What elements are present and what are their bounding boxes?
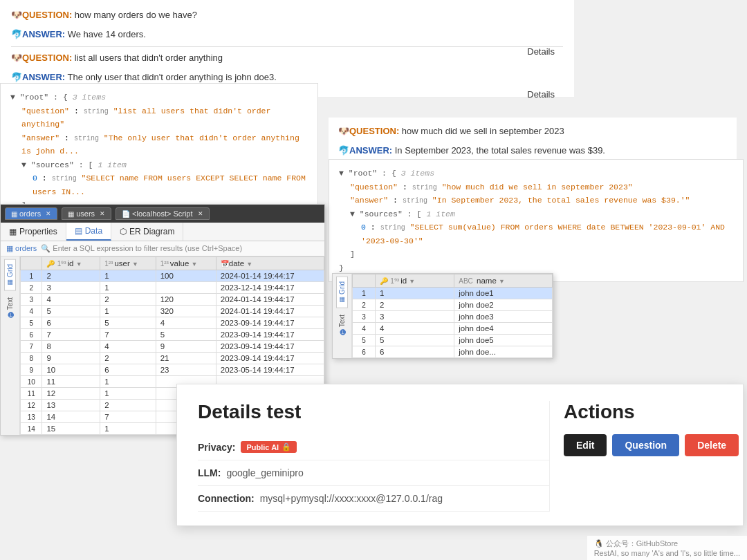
row-num: 2 [21, 282, 42, 294]
table-row[interactable]: 1 1 john doe1 [353, 288, 553, 299]
edit-button[interactable]: Edit [564, 434, 607, 456]
db-side-tab-text[interactable]: 🅣 Text [4, 292, 16, 323]
col-value[interactable]: 1²³value ▼ [156, 257, 216, 270]
cell-date: 2023-09-14 19:44:17 [216, 353, 324, 364]
table-row[interactable]: 6 6 john doe... [353, 346, 553, 358]
db-users-side-tab-grid[interactable]: ▦ Grid [336, 277, 348, 308]
question-text-1: how many orders do we have? [72, 10, 197, 20]
db-users-side-tab-text[interactable]: 🅣 Text [336, 310, 348, 340]
cell-user: 1 [100, 388, 156, 400]
privacy-badge-text: Public AI [246, 443, 279, 451]
cell-name: john doe3 [454, 311, 553, 323]
col-date[interactable]: 📅date ▼ [216, 257, 324, 270]
actions-btn-group: Edit Question Delete [564, 434, 722, 456]
table-row[interactable]: 6 7 7 5 2023-09-14 19:44:17 [21, 329, 324, 341]
question-button[interactable]: Question [612, 434, 679, 456]
table-row[interactable]: 2 2 john doe2 [353, 299, 553, 311]
cell-value: 320 [156, 306, 216, 317]
users-grid-icon: ▦ [339, 297, 346, 304]
details-panel: Details test Privacy: Public AI 🔒 LLM: g… [176, 384, 744, 526]
properties-label: Properties [19, 227, 57, 236]
db-sub-tab-data[interactable]: ▤ Data [66, 223, 111, 241]
row-num: 11 [21, 388, 42, 400]
users-col-rownum [353, 274, 376, 288]
row-num: 9 [21, 364, 42, 376]
answer-text-2: The only user that didn't order anything… [65, 72, 277, 82]
db-sub-tab-properties[interactable]: ▦ Properties [1, 223, 66, 241]
table-row[interactable]: 4 5 1 320 2024-01-14 19:44:17 [21, 306, 324, 317]
details-link-2[interactable]: Details [527, 89, 555, 100]
table-row[interactable]: 2 3 1 2023-12-14 19:44:17 [21, 282, 324, 294]
qa-answer-block-2: 🐬ANSWER: The only user that didn't order… [11, 71, 522, 84]
users-header-row: 🔑 1⁹³id ▼ ABC name ▼ [353, 274, 553, 288]
cell-value [156, 282, 216, 294]
cell-value: 100 [156, 270, 216, 282]
db-sub-tab-er[interactable]: ⬡ ER Diagram [111, 223, 183, 241]
col-id[interactable]: 🔑 1⁹³id ▼ [42, 257, 100, 270]
table-row[interactable]: 5 5 john doe5 [353, 335, 553, 346]
cell-id: 3 [42, 282, 100, 294]
cell-date: 2023-09-14 19:44:17 [216, 329, 324, 341]
cell-value: 5 [156, 329, 216, 341]
db-tab-orders[interactable]: ▦ orders ✕ [5, 207, 57, 220]
connection-label: Connection: [198, 493, 255, 504]
cell-user: 1 [100, 282, 156, 294]
db-tab-orders-close[interactable]: ✕ [46, 210, 51, 217]
cell-id: 1 [376, 288, 454, 299]
qa-row-1: 🐶QUESTION: how many orders do we have? 🐬… [11, 8, 563, 41]
cell-date: 2024-01-14 19:44:17 [216, 294, 324, 306]
cell-id: 9 [42, 353, 100, 364]
question-label-1: 🐶QUESTION: [11, 10, 72, 20]
cell-id: 14 [42, 411, 100, 423]
db-tab-script[interactable]: 📄 <localhost> Script ✕ [116, 207, 209, 220]
cell-id: 11 [42, 376, 100, 388]
cell-id: 12 [42, 388, 100, 400]
details-left: Details test Privacy: Public AI 🔒 LLM: g… [198, 401, 549, 512]
cell-id: 15 [42, 423, 100, 435]
cell-user: 2 [100, 400, 156, 411]
table-row[interactable]: 5 6 5 4 2023-09-14 19:44:17 [21, 317, 324, 329]
db-tab-users-label: users [76, 209, 95, 218]
cell-value: 21 [156, 353, 216, 364]
cell-user: 7 [100, 329, 156, 341]
db-tab-users[interactable]: ▦ users ✕ [62, 207, 111, 220]
table-row[interactable]: 3 3 john doe3 [353, 311, 553, 323]
table-row[interactable]: 4 4 john doe4 [353, 323, 553, 335]
cell-user: 5 [100, 317, 156, 329]
data-icon: ▤ [75, 226, 82, 236]
grid-side-icon: ▦ [7, 279, 14, 286]
users-col-name[interactable]: ABC name ▼ [454, 274, 553, 288]
connection-row: Connection: mysql+pymysql://xxxx:xxxx@12… [198, 486, 549, 512]
watermark-text: 🐧 公众号：GitHubStore [594, 539, 740, 549]
cell-id: 7 [42, 329, 100, 341]
users-col-id[interactable]: 🔑 1⁹³id ▼ [376, 274, 454, 288]
table-row[interactable]: 3 4 2 120 2024-01-14 19:44:17 [21, 294, 324, 306]
users-tab-icon: ▦ [68, 210, 74, 218]
col-user[interactable]: 1²³user ▼ [100, 257, 156, 270]
table-row[interactable]: 1 2 1 100 2024-01-14 19:44:17 [21, 270, 324, 282]
er-label: ER Diagram [129, 227, 174, 236]
answer-label-1: 🐬ANSWER: [11, 29, 65, 39]
cell-date: 2023-09-14 19:44:17 [216, 317, 324, 329]
db-tab-script-label: <localhost> Script [132, 209, 192, 218]
table-row[interactable]: 9 10 6 23 2023-05-14 19:44:17 [21, 364, 324, 376]
cell-id: 3 [376, 311, 454, 323]
qa-block-2: 🐶QUESTION: list all users that didn't or… [11, 51, 522, 65]
cell-name: john doe2 [454, 299, 553, 311]
db-tab-script-close[interactable]: ✕ [198, 210, 203, 217]
db-tab-users-close[interactable]: ✕ [100, 210, 105, 217]
table-row[interactable]: 7 8 4 9 2023-09-14 19:44:17 [21, 341, 324, 353]
right-answer-text: In September 2023, the total sales reven… [392, 145, 605, 156]
cell-name: john doe... [454, 346, 553, 358]
cell-value: 23 [156, 364, 216, 376]
delete-button[interactable]: Delete [685, 434, 739, 456]
db-side-tab-grid[interactable]: ▦ Grid [4, 259, 16, 291]
connection-value: mysql+pymysql://xxxx:xxxx@127.0.0.1/rag [260, 493, 443, 504]
er-icon: ⬡ [120, 227, 127, 236]
details-content: Details test Privacy: Public AI 🔒 LLM: g… [198, 401, 722, 512]
right-question-block: 🐶QUESTION: how much did we sell in septe… [338, 124, 727, 138]
db-tab-orders-label: orders [19, 209, 41, 218]
table-row[interactable]: 8 9 2 21 2023-09-14 19:44:17 [21, 353, 324, 364]
llm-value: google_geminipro [226, 467, 303, 478]
privacy-badge-icon: 🔒 [282, 442, 291, 451]
